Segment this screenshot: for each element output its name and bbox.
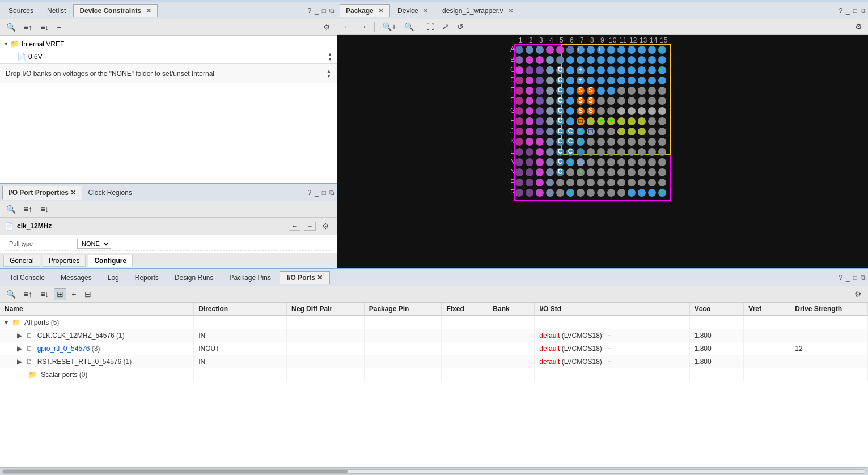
close-wrapper[interactable]: ✕ — [508, 7, 514, 15]
zoom-in-btn[interactable]: 🔍+ — [380, 21, 399, 32]
all-ports-expand[interactable]: ▾ — [5, 319, 8, 326]
bt-collapse-btn[interactable]: ≡↓ — [37, 288, 52, 300]
close-device[interactable]: ✕ — [423, 7, 429, 15]
rst-expand[interactable]: ▶ — [17, 358, 22, 366]
tab-package[interactable]: Package ✕ — [340, 4, 390, 17]
device-view[interactable]: 1 2 3 4 5 6 7 8 9 10 11 12 13 14 15 A B … — [337, 35, 868, 268]
close-io-props[interactable]: ✕ — [70, 189, 76, 197]
clk-direction: IN — [194, 329, 287, 342]
bottom-help-icon[interactable]: ? — [839, 274, 842, 282]
tab-design-runs[interactable]: Design Runs — [167, 271, 221, 284]
tab-clock-regions[interactable]: Clock Regions — [82, 186, 137, 199]
expand-all-button[interactable]: ≡↑ — [21, 21, 35, 33]
io-gear-btn[interactable]: ⚙ — [319, 220, 332, 232]
tab-log[interactable]: Log — [100, 271, 126, 284]
table-row[interactable]: 📁 Scalar ports (0) — [0, 368, 868, 381]
tree-item-0-6v[interactable]: 📄 0.6V ▲▼ — [0, 50, 337, 63]
io-expand-btn[interactable]: ≡↑ — [21, 203, 35, 215]
io-collapse-btn[interactable]: ≡↓ — [37, 203, 52, 215]
tab-io-port-properties[interactable]: I/O Port Properties ✕ — [2, 186, 82, 200]
bottom-min-icon[interactable]: _ — [846, 274, 850, 282]
tab-netlist[interactable]: Netlist — [41, 4, 72, 17]
io-max-icon[interactable]: □ — [322, 189, 326, 197]
tab-package-pins[interactable]: Package Pins — [222, 271, 278, 284]
svg-text:4: 4 — [549, 36, 553, 44]
svg-point-169 — [617, 117, 625, 125]
svg-point-104 — [546, 87, 554, 95]
io-min-icon[interactable]: _ — [315, 189, 319, 197]
tab-design-wrapper[interactable]: design_1_wrapper.v ✕ — [436, 4, 520, 17]
tab-messages[interactable]: Messages — [53, 271, 99, 284]
right-gear-btn[interactable]: ⚙ — [853, 21, 865, 32]
minimize-icon[interactable]: _ — [315, 7, 319, 15]
svg-text:6: 6 — [570, 36, 574, 44]
close-package[interactable]: ✕ — [378, 7, 384, 15]
tab-tcl-console[interactable]: Tcl Console — [2, 271, 52, 284]
bt-grid-btn[interactable]: ⊞ — [54, 288, 66, 300]
tab-device[interactable]: Device ✕ — [391, 4, 435, 17]
close-device-constraints[interactable]: ✕ — [146, 7, 151, 15]
svg-point-133 — [628, 97, 636, 105]
stepper-arrows[interactable]: ▲▼ — [328, 52, 332, 62]
tab-device-constraints[interactable]: Device Constraints ✕ — [73, 4, 158, 17]
horizontal-scrollbar[interactable] — [0, 467, 868, 475]
tab-sources[interactable]: Sources — [2, 4, 40, 17]
bottom-float-icon[interactable]: ⧉ — [861, 274, 866, 282]
scrollbar-thumb[interactable] — [3, 470, 348, 473]
nav-forward-btn[interactable]: → — [357, 21, 369, 32]
table-row[interactable]: ▶ 🗋 RST.RESET_RTL_0_54576 (1) IN default… — [0, 355, 868, 368]
col-neg-diff: Neg Diff Pair — [287, 303, 365, 316]
tree-item-internal-vref[interactable]: ▾ 📁 Internal VREF — [0, 38, 337, 50]
table-row[interactable]: ▶ 🗋 gpio_rtl_0_54576 (3) INOUT default (… — [0, 342, 868, 355]
bt-search-btn[interactable]: 🔍 — [3, 288, 19, 300]
clk-expand[interactable]: ▶ — [17, 332, 22, 340]
svg-point-100 — [658, 77, 666, 84]
clk-dash[interactable]: − — [607, 332, 611, 340]
bt-gear-btn[interactable]: ⚙ — [852, 288, 865, 300]
search-button[interactable]: 🔍 — [3, 21, 19, 33]
svg-point-245 — [658, 158, 666, 166]
gear-button[interactable]: ⚙ — [320, 21, 333, 33]
table-row[interactable]: ▾ 📁 All ports (5) — [0, 316, 868, 329]
zoom-out-btn[interactable]: 🔍− — [402, 21, 421, 32]
svg-text:2: 2 — [529, 36, 533, 44]
gpio-dash[interactable]: − — [607, 345, 611, 353]
refresh-btn[interactable]: ↺ — [455, 21, 466, 32]
table-row[interactable]: ▶ 🗋 CLK.CLK_12MHZ_54576 (1) IN default (… — [0, 329, 868, 342]
io-forward-btn[interactable]: → — [304, 222, 316, 231]
right-float-icon[interactable]: ⧉ — [861, 7, 866, 15]
io-help-icon[interactable]: ? — [307, 189, 311, 197]
maximize-icon[interactable]: □ — [322, 7, 326, 15]
io-search-btn[interactable]: 🔍 — [3, 203, 19, 215]
right-max-icon[interactable]: □ — [853, 7, 857, 15]
rst-dash[interactable]: − — [607, 358, 611, 366]
svg-text:C: C — [558, 168, 563, 176]
svg-point-102 — [526, 87, 533, 95]
collapse-all-button[interactable]: ≡↓ — [37, 21, 52, 33]
fit-btn[interactable]: ⛶ — [424, 21, 437, 32]
notice-arrows[interactable]: ▲▼ — [327, 69, 331, 79]
minus-button[interactable]: − — [54, 21, 64, 33]
right-min-icon[interactable]: _ — [846, 7, 850, 15]
scrollbar-track[interactable] — [2, 469, 866, 474]
nav-back-btn[interactable]: ← — [341, 21, 353, 32]
tab-reports[interactable]: Reports — [128, 271, 166, 284]
pull-type-select[interactable]: NONE — [77, 239, 111, 249]
subtab-general[interactable]: General — [3, 255, 40, 267]
gpio-expand[interactable]: ▶ — [17, 345, 22, 353]
subtab-configure[interactable]: Configure — [88, 255, 133, 267]
tab-io-ports[interactable]: I/O Ports ✕ — [280, 271, 330, 284]
bt-remove-btn[interactable]: ⊟ — [82, 288, 94, 300]
svg-point-99 — [648, 77, 656, 84]
bt-expand-btn[interactable]: ≡↑ — [21, 288, 35, 300]
subtab-properties[interactable]: Properties — [43, 255, 86, 267]
fit2-btn[interactable]: ⤢ — [440, 21, 451, 32]
bottom-max-icon[interactable]: □ — [853, 274, 857, 282]
close-io-ports[interactable]: ✕ — [317, 274, 323, 282]
right-help-icon[interactable]: ? — [839, 7, 842, 15]
help-icon[interactable]: ? — [307, 7, 311, 15]
float-icon[interactable]: ⧉ — [329, 7, 335, 15]
bt-add-btn[interactable]: + — [69, 288, 79, 300]
io-float-icon[interactable]: ⧉ — [329, 189, 335, 197]
io-back-btn[interactable]: ← — [289, 222, 300, 231]
